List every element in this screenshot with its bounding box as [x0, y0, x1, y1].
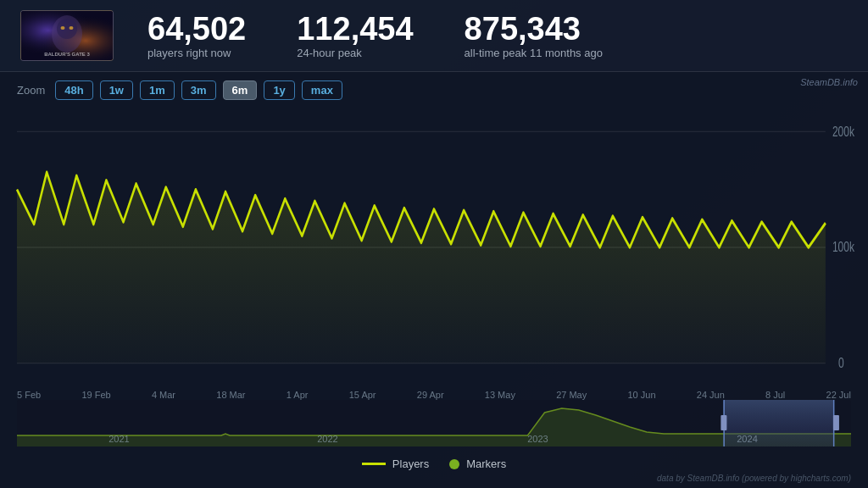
- chart-container: SteamDB.info Zoom 48h 1w 1m 3m 6m 1y max…: [0, 72, 868, 488]
- zoom-1w[interactable]: 1w: [100, 80, 133, 100]
- app-container: BALDUR'S GATE 3 64,502 players right now…: [0, 0, 868, 488]
- zoom-6m[interactable]: 6m: [223, 80, 258, 100]
- svg-text:2021: 2021: [108, 434, 130, 444]
- chart-legend: Players Markers: [0, 452, 868, 474]
- stat-current-players: 64,502 players right now: [147, 13, 246, 59]
- svg-text:BALDUR'S GATE 3: BALDUR'S GATE 3: [44, 52, 90, 57]
- x-label-10: 24 Jun: [697, 390, 725, 400]
- main-chart-svg: 200k 100k 0: [17, 108, 851, 386]
- svg-point-5: [61, 26, 65, 30]
- peak-24h-value: 112,454: [297, 13, 413, 45]
- markers-label: Markers: [466, 458, 506, 470]
- zoom-max[interactable]: max: [302, 80, 342, 100]
- zoom-48h[interactable]: 48h: [55, 80, 92, 100]
- players-line-icon: [362, 463, 386, 465]
- svg-rect-18: [721, 415, 726, 430]
- zoom-3m[interactable]: 3m: [181, 80, 216, 100]
- current-players-label: players right now: [147, 47, 231, 59]
- svg-text:2024: 2024: [737, 434, 758, 444]
- svg-point-4: [57, 19, 77, 39]
- svg-text:100k: 100k: [832, 240, 855, 255]
- game-thumbnail: BALDUR'S GATE 3: [20, 10, 114, 61]
- data-credit: data by SteamDB.info (powered by highcha…: [0, 474, 868, 488]
- svg-text:2022: 2022: [317, 434, 338, 444]
- mini-chart-container: 2021 2022 2023 2024: [0, 400, 868, 451]
- x-label-3: 18 Mar: [216, 390, 245, 400]
- all-time-peak-value: 875,343: [465, 13, 581, 45]
- game-image: BALDUR'S GATE 3: [21, 11, 113, 60]
- legend-markers: Markers: [449, 458, 506, 470]
- x-label-9: 10 Jun: [627, 390, 655, 400]
- stat-all-time-peak: 875,343 all-time peak 11 months ago: [465, 13, 603, 59]
- zoom-label: Zoom: [17, 84, 45, 97]
- x-label-12: 22 Jul: [826, 390, 851, 400]
- svg-text:200k: 200k: [832, 124, 855, 139]
- svg-point-6: [70, 26, 74, 30]
- svg-text:2023: 2023: [527, 434, 548, 444]
- x-label-5: 15 Apr: [349, 390, 376, 400]
- legend-players: Players: [362, 458, 429, 470]
- markers-dot-icon: [449, 459, 459, 469]
- header-stats: 64,502 players right now 112,454 24-hour…: [147, 13, 848, 59]
- x-label-4: 1 Apr: [287, 390, 309, 400]
- steamdb-credit: SteamDB.info: [800, 77, 858, 87]
- mini-chart-svg: 2021 2022 2023 2024: [17, 400, 851, 446]
- x-label-0: 5 Feb: [17, 390, 41, 400]
- current-players-value: 64,502: [147, 13, 246, 45]
- x-label-6: 29 Apr: [417, 390, 444, 400]
- svg-text:0: 0: [838, 355, 844, 370]
- x-axis-labels: 5 Feb 19 Feb 4 Mar 18 Mar 1 Apr 15 Apr 2…: [0, 386, 868, 400]
- players-label: Players: [392, 458, 429, 470]
- stat-24h-peak: 112,454 24-hour peak: [297, 13, 413, 59]
- x-label-11: 8 Jul: [765, 390, 785, 400]
- zoom-bar: Zoom 48h 1w 1m 3m 6m 1y max: [0, 72, 868, 108]
- zoom-1y[interactable]: 1y: [264, 80, 294, 100]
- zoom-1m[interactable]: 1m: [140, 80, 175, 100]
- all-time-peak-label: all-time peak 11 months ago: [465, 47, 603, 59]
- x-label-2: 4 Mar: [152, 390, 175, 400]
- main-chart-area: 200k 100k 0: [0, 108, 868, 386]
- x-label-1: 19 Feb: [81, 390, 110, 400]
- header: BALDUR'S GATE 3 64,502 players right now…: [0, 0, 868, 72]
- svg-rect-19: [833, 415, 839, 430]
- x-label-8: 27 May: [556, 390, 587, 400]
- x-label-7: 13 May: [485, 390, 515, 400]
- peak-24h-label: 24-hour peak: [297, 47, 362, 59]
